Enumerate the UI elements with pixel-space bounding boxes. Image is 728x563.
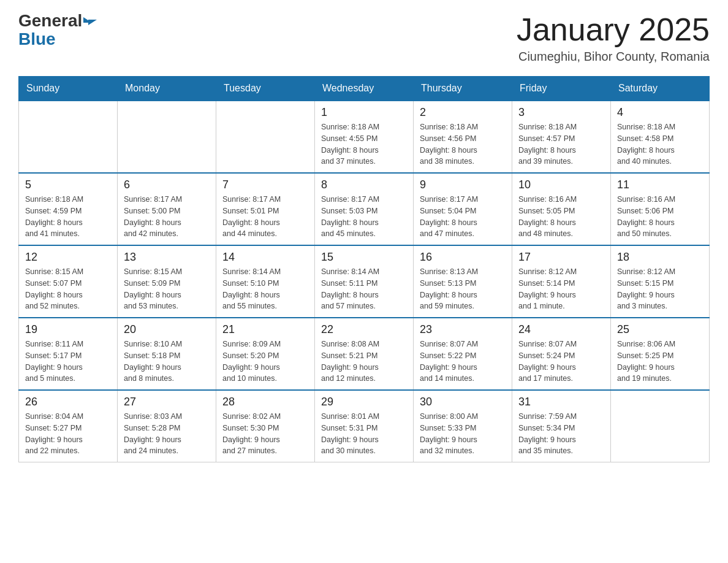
day-info: Sunrise: 8:07 AM Sunset: 5:22 PM Dayligh… [420,339,506,385]
day-info: Sunrise: 8:18 AM Sunset: 4:55 PM Dayligh… [321,121,407,167]
day-info: Sunrise: 8:07 AM Sunset: 5:24 PM Dayligh… [518,339,604,385]
calendar-cell: 5Sunrise: 8:18 AM Sunset: 4:59 PM Daylig… [19,173,118,245]
day-info: Sunrise: 8:18 AM Sunset: 4:56 PM Dayligh… [420,121,506,167]
calendar-week-row: 12Sunrise: 8:15 AM Sunset: 5:07 PM Dayli… [19,245,710,318]
day-info: Sunrise: 8:02 AM Sunset: 5:30 PM Dayligh… [222,411,308,457]
day-number: 8 [321,178,407,191]
day-number: 3 [518,106,604,119]
day-number: 16 [420,251,506,264]
day-number: 13 [124,251,210,264]
calendar-cell [216,101,315,173]
day-number: 5 [25,178,111,191]
day-number: 25 [617,323,703,336]
header-wednesday: Wednesday [315,77,414,101]
calendar-cell: 31Sunrise: 7:59 AM Sunset: 5:34 PM Dayli… [512,390,611,462]
day-info: Sunrise: 8:13 AM Sunset: 5:13 PM Dayligh… [420,266,506,312]
day-info: Sunrise: 8:12 AM Sunset: 5:14 PM Dayligh… [518,266,604,312]
calendar-week-row: 5Sunrise: 8:18 AM Sunset: 4:59 PM Daylig… [19,173,710,245]
calendar-cell: 15Sunrise: 8:14 AM Sunset: 5:11 PM Dayli… [315,245,414,318]
header-friday: Friday [512,77,611,101]
day-info: Sunrise: 8:17 AM Sunset: 5:04 PM Dayligh… [420,194,506,240]
calendar-cell: 19Sunrise: 8:11 AM Sunset: 5:17 PM Dayli… [19,318,118,390]
calendar-cell [118,101,216,173]
day-number: 12 [25,251,111,264]
day-number: 4 [617,106,703,119]
day-info: Sunrise: 8:15 AM Sunset: 5:09 PM Dayligh… [124,266,210,312]
day-info: Sunrise: 8:16 AM Sunset: 5:06 PM Dayligh… [617,194,703,240]
day-info: Sunrise: 8:17 AM Sunset: 5:00 PM Dayligh… [124,194,210,240]
day-number: 30 [420,396,506,408]
day-number: 19 [25,323,111,336]
calendar-cell: 22Sunrise: 8:08 AM Sunset: 5:21 PM Dayli… [315,318,414,390]
logo-blue-text: Blue [18,29,56,49]
day-number: 17 [518,251,604,264]
day-number: 29 [321,396,407,408]
day-number: 20 [124,323,210,336]
day-info: Sunrise: 8:14 AM Sunset: 5:10 PM Dayligh… [222,266,308,312]
day-info: Sunrise: 8:08 AM Sunset: 5:21 PM Dayligh… [321,339,407,385]
calendar-cell: 29Sunrise: 8:01 AM Sunset: 5:31 PM Dayli… [315,390,414,462]
calendar-cell: 12Sunrise: 8:15 AM Sunset: 5:07 PM Dayli… [19,245,118,318]
calendar-table: Sunday Monday Tuesday Wednesday Thursday… [18,76,710,462]
day-number: 2 [420,106,506,119]
day-number: 1 [321,106,407,119]
day-info: Sunrise: 8:15 AM Sunset: 5:07 PM Dayligh… [25,266,111,312]
day-info: Sunrise: 8:18 AM Sunset: 4:58 PM Dayligh… [617,121,703,167]
calendar-cell: 4Sunrise: 8:18 AM Sunset: 4:58 PM Daylig… [611,101,710,173]
day-info: Sunrise: 8:16 AM Sunset: 5:05 PM Dayligh… [518,194,604,240]
day-info: Sunrise: 8:12 AM Sunset: 5:15 PM Dayligh… [617,266,703,312]
calendar-cell: 8Sunrise: 8:17 AM Sunset: 5:03 PM Daylig… [315,173,414,245]
day-info: Sunrise: 8:09 AM Sunset: 5:20 PM Dayligh… [222,339,308,385]
calendar-cell: 7Sunrise: 8:17 AM Sunset: 5:01 PM Daylig… [216,173,315,245]
day-number: 28 [222,396,308,408]
page-header: General Blue January 2025 Ciumeghiu, Bih… [18,12,710,64]
calendar-cell: 2Sunrise: 8:18 AM Sunset: 4:56 PM Daylig… [414,101,512,173]
logo: General Blue [18,12,97,49]
day-number: 26 [25,396,111,408]
calendar-cell: 6Sunrise: 8:17 AM Sunset: 5:00 PM Daylig… [118,173,216,245]
calendar-cell: 17Sunrise: 8:12 AM Sunset: 5:14 PM Dayli… [512,245,611,318]
header-thursday: Thursday [414,77,512,101]
calendar-cell: 27Sunrise: 8:03 AM Sunset: 5:28 PM Dayli… [118,390,216,462]
day-number: 9 [420,178,506,191]
calendar-cell: 14Sunrise: 8:14 AM Sunset: 5:10 PM Dayli… [216,245,315,318]
day-number: 18 [617,251,703,264]
day-info: Sunrise: 8:00 AM Sunset: 5:33 PM Dayligh… [420,411,506,457]
day-number: 11 [617,178,703,191]
day-info: Sunrise: 8:10 AM Sunset: 5:18 PM Dayligh… [124,339,210,385]
calendar-cell: 28Sunrise: 8:02 AM Sunset: 5:30 PM Dayli… [216,390,315,462]
header-tuesday: Tuesday [216,77,315,101]
calendar-cell: 9Sunrise: 8:17 AM Sunset: 5:04 PM Daylig… [414,173,512,245]
header-sunday: Sunday [19,77,118,101]
day-info: Sunrise: 8:17 AM Sunset: 5:03 PM Dayligh… [321,194,407,240]
day-info: Sunrise: 8:04 AM Sunset: 5:27 PM Dayligh… [25,411,111,457]
calendar-cell: 26Sunrise: 8:04 AM Sunset: 5:27 PM Dayli… [19,390,118,462]
calendar-header-row: Sunday Monday Tuesday Wednesday Thursday… [19,77,710,101]
calendar-cell: 24Sunrise: 8:07 AM Sunset: 5:24 PM Dayli… [512,318,611,390]
calendar-cell: 1Sunrise: 8:18 AM Sunset: 4:55 PM Daylig… [315,101,414,173]
header-monday: Monday [118,77,216,101]
calendar-cell: 10Sunrise: 8:16 AM Sunset: 5:05 PM Dayli… [512,173,611,245]
day-number: 14 [222,251,308,264]
day-info: Sunrise: 8:03 AM Sunset: 5:28 PM Dayligh… [124,411,210,457]
day-info: Sunrise: 8:01 AM Sunset: 5:31 PM Dayligh… [321,411,407,457]
day-number: 7 [222,178,308,191]
day-number: 21 [222,323,308,336]
header-saturday: Saturday [611,77,710,101]
calendar-cell [19,101,118,173]
day-info: Sunrise: 8:06 AM Sunset: 5:25 PM Dayligh… [617,339,703,385]
calendar-cell [611,390,710,462]
calendar-cell: 3Sunrise: 8:18 AM Sunset: 4:57 PM Daylig… [512,101,611,173]
title-area: January 2025 Ciumeghiu, Bihor County, Ro… [517,12,710,64]
calendar-cell: 16Sunrise: 8:13 AM Sunset: 5:13 PM Dayli… [414,245,512,318]
calendar-cell: 18Sunrise: 8:12 AM Sunset: 5:15 PM Dayli… [611,245,710,318]
day-number: 22 [321,323,407,336]
calendar-cell: 11Sunrise: 8:16 AM Sunset: 5:06 PM Dayli… [611,173,710,245]
day-number: 23 [420,323,506,336]
day-number: 15 [321,251,407,264]
calendar-cell: 23Sunrise: 8:07 AM Sunset: 5:22 PM Dayli… [414,318,512,390]
day-info: Sunrise: 8:18 AM Sunset: 4:57 PM Dayligh… [518,121,604,167]
day-number: 24 [518,323,604,336]
logo-general-text: General [18,12,82,29]
day-number: 27 [124,396,210,408]
